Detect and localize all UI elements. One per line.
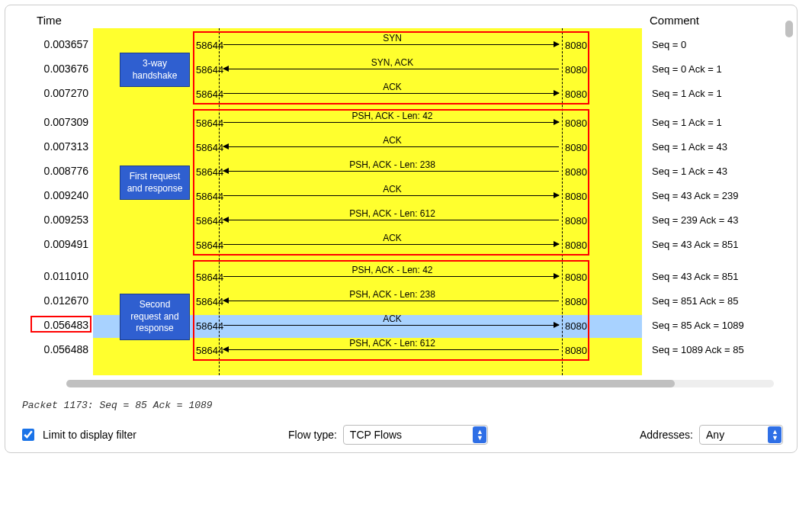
arrow-left-icon — [223, 349, 559, 350]
comment-value: Seq = 1 Ack = 43 — [652, 141, 727, 153]
arrow-right-icon — [223, 93, 559, 94]
time-value: 0.003676 — [5, 63, 93, 75]
addresses-select-wrap: Any ▲▼ — [699, 425, 783, 445]
time-value: 0.009491 — [5, 238, 93, 250]
arrow-left-icon — [223, 171, 559, 172]
port-left: 58644 — [196, 142, 223, 153]
arrow-right-icon — [223, 44, 559, 45]
port-right: 8080 — [565, 272, 587, 283]
arrow-left-icon — [223, 220, 559, 220]
time-value: 0.007313 — [5, 140, 93, 153]
port-left: 58644 — [196, 166, 223, 178]
time-value: 0.009253 — [5, 214, 93, 226]
time-value: 0.056483 — [5, 319, 93, 331]
flow-type-label: Flow type: — [288, 429, 337, 441]
header-comment: Comment — [642, 14, 779, 27]
port-left: 58644 — [196, 64, 223, 76]
comment-value: Seq = 43 Ack = 851 — [652, 271, 738, 282]
flow-row[interactable]: 0.007270 58644 8080 ACK Seq = 1 Ack = 1 — [5, 82, 797, 106]
port-left: 58644 — [196, 345, 223, 356]
arrow-left-icon — [223, 146, 559, 147]
message-label: PSH, ACK - Len: 612 — [234, 338, 550, 349]
flow-graph-panel: Time 192.168.0.2 192.168.0.30 Comment 3-… — [5, 5, 798, 453]
limit-filter-checkbox[interactable] — [22, 429, 34, 441]
port-left: 58644 — [196, 215, 223, 227]
comment-value: Seq = 1 Ack = 1 — [652, 117, 722, 128]
flow-row[interactable]: 0.011010 58644 8080 PSH, ACK - Len: 42 S… — [5, 265, 797, 289]
port-left: 58644 — [196, 296, 223, 307]
message-label: ACK — [234, 82, 550, 92]
comment-value: Seq = 43 Ack = 851 — [652, 239, 738, 250]
time-value: 0.012670 — [5, 294, 93, 307]
message-label: ACK — [234, 184, 550, 194]
flow-row[interactable]: 0.003657 58644 8080 SYN Seq = 0 — [5, 33, 797, 57]
flow-row[interactable]: 0.012670 58644 8080 PSH, ACK - Len: 238 … — [5, 289, 797, 313]
message-label: PSH, ACK - Len: 238 — [234, 159, 550, 170]
port-right: 8080 — [565, 142, 587, 153]
flow-row[interactable]: 0.009253 58644 8080 PSH, ACK - Len: 612 … — [5, 208, 797, 233]
flow-type-select-wrap: TCP Flows ▲▼ — [343, 425, 488, 445]
message-label: ACK — [234, 313, 550, 324]
flow-row[interactable]: 0.008776 58644 8080 PSH, ACK - Len: 238 … — [5, 159, 797, 184]
horizontal-scrollbar[interactable] — [66, 380, 774, 387]
port-right: 8080 — [565, 88, 587, 100]
arrow-left-icon — [223, 301, 559, 301]
comment-value: Seq = 85 Ack = 1089 — [652, 320, 744, 331]
comment-value: Seq = 1089 Ack = 85 — [652, 344, 744, 355]
flow-row[interactable]: 0.007313 58644 8080 ACK Seq = 1 Ack = 43 — [5, 135, 797, 159]
limit-filter-label: Limit to display filter — [43, 429, 136, 441]
arrow-right-icon — [223, 276, 559, 277]
flow-row[interactable]: 0.007309 58644 8080 PSH, ACK - Len: 42 S… — [5, 111, 797, 135]
message-label: PSH, ACK - Len: 42 — [234, 265, 550, 275]
flow-type-select[interactable]: TCP Flows — [343, 425, 488, 445]
comment-value: Seq = 0 Ack = 1 — [652, 63, 722, 75]
status-text: Packet 1173: Seq = 85 Ack = 1089 — [22, 400, 797, 411]
time-value: 0.003657 — [5, 38, 93, 50]
message-label: PSH, ACK - Len: 238 — [234, 289, 550, 300]
port-left: 58644 — [196, 239, 223, 251]
port-left: 58644 — [196, 272, 223, 283]
port-left: 58644 — [196, 40, 223, 51]
comment-value: Seq = 851 Ack = 85 — [652, 295, 738, 307]
arrow-right-icon — [223, 122, 559, 123]
arrow-right-icon — [223, 325, 559, 326]
flow-diagram[interactable]: 3-way handshake First request and respon… — [5, 28, 797, 375]
port-right: 8080 — [565, 40, 587, 51]
port-left: 58644 — [196, 117, 223, 129]
message-label: SYN, ACK — [234, 57, 550, 68]
port-right: 8080 — [565, 345, 587, 356]
flow-row[interactable]: 0.009491 58644 8080 ACK Seq = 43 Ack = 8… — [5, 233, 797, 257]
comment-value: Seq = 0 — [652, 39, 686, 50]
header-time: Time — [5, 14, 93, 27]
controls-row: Limit to display filter Flow type: TCP F… — [5, 425, 797, 445]
port-right: 8080 — [565, 166, 587, 178]
scrollbar-thumb[interactable] — [66, 380, 675, 387]
header-row: Time 192.168.0.2 192.168.0.30 Comment — [5, 5, 797, 28]
port-right: 8080 — [565, 64, 587, 76]
addresses-select[interactable]: Any — [699, 425, 783, 445]
arrow-right-icon — [223, 195, 559, 196]
time-value: 0.009240 — [5, 189, 93, 201]
port-right: 8080 — [565, 320, 587, 332]
addresses-label: Addresses: — [640, 429, 693, 441]
time-value: 0.008776 — [5, 165, 93, 177]
message-label: PSH, ACK - Len: 42 — [234, 111, 550, 121]
message-label: ACK — [234, 135, 550, 146]
comment-value: Seq = 1 Ack = 43 — [652, 166, 727, 177]
comment-value: Seq = 239 Ack = 43 — [652, 214, 738, 226]
time-value: 0.007270 — [5, 87, 93, 99]
flow-row[interactable]: 0.009240 58644 8080 ACK Seq = 43 Ack = 2… — [5, 184, 797, 208]
port-right: 8080 — [565, 215, 587, 227]
comment-value: Seq = 1 Ack = 1 — [652, 88, 722, 99]
flow-row[interactable]: 0.056483 58644 8080 ACK Seq = 85 Ack = 1… — [5, 313, 797, 338]
port-right: 8080 — [565, 239, 587, 251]
port-right: 8080 — [565, 191, 587, 202]
flow-row[interactable]: 0.056488 58644 8080 PSH, ACK - Len: 612 … — [5, 338, 797, 362]
time-value: 0.011010 — [5, 270, 93, 282]
message-label: ACK — [234, 233, 550, 243]
port-right: 8080 — [565, 117, 587, 129]
flow-row[interactable]: 0.003676 58644 8080 SYN, ACK Seq = 0 Ack… — [5, 57, 797, 82]
arrow-left-icon — [223, 69, 559, 69]
time-value: 0.056488 — [5, 343, 93, 355]
message-label: PSH, ACK - Len: 612 — [234, 208, 550, 219]
